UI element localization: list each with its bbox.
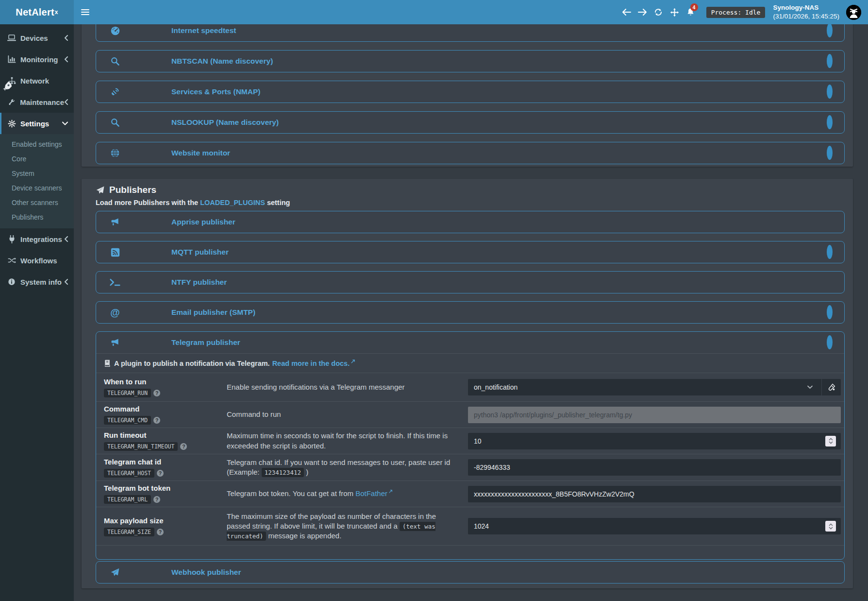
- toggle-donut-icon[interactable]: [827, 26, 833, 35]
- rss-icon: [109, 248, 121, 257]
- panel-internet-speedtest: Internet speedtest: [96, 24, 845, 42]
- test-setting-button[interactable]: [821, 379, 841, 395]
- docs-link[interactable]: Read more in the docs.: [272, 360, 350, 367]
- panel-title: Services & Ports (NMAP): [171, 87, 260, 96]
- setting-control: on_notification: [468, 379, 841, 395]
- sidebar-item-devices[interactable]: Devices: [0, 27, 74, 49]
- shuffle-icon: [7, 257, 17, 264]
- chevron-left-icon: [64, 56, 68, 62]
- app-logo[interactable]: NetAlertx: [0, 0, 74, 24]
- setting-row-command: Command TELEGRAM_CMD? Command to run: [96, 401, 844, 428]
- app-logo-text: NetAlert: [16, 7, 54, 18]
- sidebar-item-workflows[interactable]: Workflows: [0, 250, 74, 271]
- setting-description: Telegram chat id. If you want to send me…: [227, 458, 468, 477]
- host-name: Synology-NAS: [773, 3, 839, 12]
- toggle-donut-icon[interactable]: [827, 308, 833, 317]
- question-icon[interactable]: ?: [157, 470, 164, 477]
- submenu-item-device-scanners[interactable]: Device scanners: [0, 181, 74, 195]
- toggle-donut-icon[interactable]: [827, 338, 833, 347]
- chat-id-input[interactable]: [468, 459, 841, 476]
- setting-env-badge: TELEGRAM_CMD: [104, 416, 151, 425]
- bot-token-input[interactable]: [468, 486, 841, 502]
- submenu-item-enabled-settings[interactable]: Enabled settings: [0, 137, 74, 152]
- run-timeout-input[interactable]: [468, 433, 841, 449]
- avatar[interactable]: [846, 5, 861, 20]
- loaded-plugins-link[interactable]: LOADED_PLUGINS: [200, 199, 265, 206]
- panel-header[interactable]: Website monitor: [96, 142, 844, 164]
- sidebar-item-system-info[interactable]: System info: [0, 271, 74, 292]
- publishers-section-header: Publishers: [96, 185, 845, 195]
- panel-header[interactable]: MQTT publisher: [96, 241, 844, 263]
- number-stepper[interactable]: [825, 521, 836, 532]
- setting-env-badge: TELEGRAM_RUN: [104, 389, 151, 397]
- bullhorn-icon: [109, 217, 121, 227]
- panel-header[interactable]: NTFY publisher: [96, 272, 844, 293]
- sidebar-item-label: Workflows: [20, 257, 57, 265]
- panel-header[interactable]: NBTSCAN (Name discovery): [96, 51, 844, 72]
- number-stepper[interactable]: [825, 436, 836, 446]
- settings-submenu: Enabled settings Core System Device scan…: [0, 134, 74, 228]
- setting-label: Telegram chat id: [104, 458, 227, 466]
- question-icon[interactable]: ?: [153, 496, 160, 503]
- refresh-icon[interactable]: [651, 0, 667, 24]
- panel-header[interactable]: Services & Ports (NMAP): [96, 81, 844, 103]
- top-navbar: NetAlertx 4 Process: Idle Synology-NAS (…: [0, 0, 868, 24]
- botfather-link[interactable]: BotFather: [355, 489, 387, 498]
- submenu-item-other-scanners[interactable]: Other scanners: [0, 195, 74, 210]
- sidebar-item-integrations[interactable]: Integrations: [0, 228, 74, 250]
- sidebar-item-label: Settings: [20, 120, 49, 128]
- submenu-item-core[interactable]: Core: [0, 152, 74, 166]
- toggle-filled-icon[interactable]: [832, 218, 833, 226]
- question-icon[interactable]: ?: [180, 443, 187, 450]
- hamburger-icon[interactable]: [74, 0, 96, 24]
- sidebar-item-maintenance[interactable]: Maintenance: [0, 91, 74, 113]
- when-to-run-select[interactable]: on_notification: [468, 379, 821, 395]
- setting-control: [468, 518, 841, 534]
- question-icon[interactable]: ?: [153, 390, 160, 396]
- toggle-donut-icon[interactable]: [827, 248, 833, 257]
- sidebar-item-monitoring[interactable]: Monitoring: [0, 49, 74, 70]
- panel-footer: [96, 545, 844, 560]
- panel-nslookup: NSLOOKUP (Name discovery): [96, 111, 845, 134]
- telegram-plane-icon: [109, 567, 121, 577]
- setting-row-chat-id: Telegram chat id TELEGRAM_HOST? Telegram…: [96, 454, 844, 481]
- rocket-icon[interactable]: [1, 81, 13, 93]
- toggle-donut-icon[interactable]: [827, 149, 833, 157]
- setting-label: Run timeout: [104, 431, 227, 439]
- question-icon[interactable]: ?: [157, 529, 164, 535]
- max-payload-input[interactable]: [468, 518, 841, 534]
- forward-arrow-icon[interactable]: [634, 0, 651, 24]
- panel-title: NTFY publisher: [171, 278, 227, 287]
- panel-header[interactable]: Apprise publisher: [96, 211, 844, 233]
- fullscreen-move-icon[interactable]: [667, 0, 683, 24]
- setting-env-badge: TELEGRAM_URL: [104, 495, 151, 504]
- bell-icon[interactable]: 4: [683, 0, 699, 24]
- toggle-filled-icon[interactable]: [832, 278, 833, 287]
- setting-row-run-timeout: Run timeout TELEGRAM_RUN_TIMEOUT? Maximu…: [96, 428, 844, 454]
- setting-label: When to run: [104, 378, 227, 386]
- panel-header[interactable]: Webhook publisher: [96, 562, 844, 583]
- host-datetime: (31/01/2026, 15:45:25): [773, 12, 839, 21]
- publishers-subtitle: Load more Publishers with the LOADED_PLU…: [96, 199, 845, 206]
- panel-header[interactable]: Telegram publisher: [96, 332, 844, 353]
- panel-header[interactable]: NSLOOKUP (Name discovery): [96, 112, 844, 133]
- toggle-donut-icon[interactable]: [827, 87, 833, 96]
- setting-row-max-payload: Max payload size TELEGRAM_SIZE? The maxi…: [96, 507, 844, 545]
- notification-badge: 4: [690, 3, 698, 11]
- submenu-item-publishers[interactable]: Publishers: [0, 210, 74, 224]
- sidebar-item-settings[interactable]: Settings: [0, 113, 74, 134]
- panel-title: MQTT publisher: [171, 248, 229, 257]
- toggle-filled-icon[interactable]: [832, 568, 833, 577]
- wrench-icon: [7, 98, 16, 106]
- submenu-item-system[interactable]: System: [0, 166, 74, 181]
- panel-title: Email publisher (SMTP): [171, 308, 255, 317]
- sidebar: Devices Monitoring Network Maintenance S…: [0, 24, 74, 601]
- back-arrow-icon[interactable]: [618, 0, 634, 24]
- panel-header[interactable]: Internet speedtest: [96, 24, 844, 41]
- toggle-donut-icon[interactable]: [827, 57, 833, 66]
- sidebar-item-label: Integrations: [20, 235, 62, 243]
- sidebar-item-label: System info: [20, 278, 62, 286]
- panel-header[interactable]: @ Email publisher (SMTP): [96, 302, 844, 323]
- toggle-donut-icon[interactable]: [827, 118, 833, 127]
- question-icon[interactable]: ?: [153, 417, 160, 424]
